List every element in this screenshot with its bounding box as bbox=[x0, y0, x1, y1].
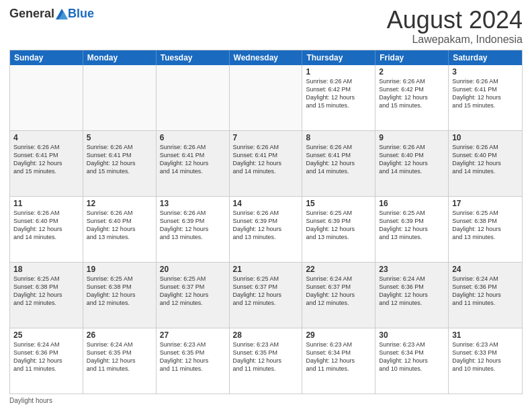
cell-info: Sunrise: 6:26 AM Sunset: 6:42 PM Dayligh… bbox=[379, 77, 445, 110]
cell-info: Sunrise: 6:26 AM Sunset: 6:41 PM Dayligh… bbox=[233, 143, 299, 176]
day-number: 15 bbox=[306, 199, 371, 208]
cell-info: Sunrise: 6:25 AM Sunset: 6:39 PM Dayligh… bbox=[306, 209, 371, 242]
title-area: August 2024 Lawepakam, Indonesia bbox=[387, 7, 523, 46]
day-number: 10 bbox=[452, 133, 519, 142]
day-number: 16 bbox=[379, 199, 445, 208]
page: General Blue August 2024 Lawepakam, Indo… bbox=[0, 0, 532, 411]
cell-info: Sunrise: 6:24 AM Sunset: 6:36 PM Dayligh… bbox=[13, 340, 79, 373]
calendar-cell: 30Sunrise: 6:23 AM Sunset: 6:34 PM Dayli… bbox=[375, 328, 449, 394]
calendar-cell: 8Sunrise: 6:26 AM Sunset: 6:41 PM Daylig… bbox=[302, 131, 375, 196]
calendar-cell bbox=[230, 65, 303, 130]
day-number: 31 bbox=[452, 330, 519, 340]
calendar-cell: 6Sunrise: 6:26 AM Sunset: 6:41 PM Daylig… bbox=[157, 131, 230, 196]
cell-info: Sunrise: 6:23 AM Sunset: 6:35 PM Dayligh… bbox=[160, 340, 226, 373]
cell-info: Sunrise: 6:24 AM Sunset: 6:36 PM Dayligh… bbox=[452, 275, 519, 308]
cell-info: Sunrise: 6:24 AM Sunset: 6:36 PM Dayligh… bbox=[379, 275, 445, 308]
calendar-cell: 23Sunrise: 6:24 AM Sunset: 6:36 PM Dayli… bbox=[375, 263, 449, 328]
cell-info: Sunrise: 6:25 AM Sunset: 6:39 PM Dayligh… bbox=[379, 209, 445, 242]
day-number: 21 bbox=[233, 265, 299, 274]
header: General Blue August 2024 Lawepakam, Indo… bbox=[9, 7, 523, 46]
calendar-cell: 17Sunrise: 6:25 AM Sunset: 6:38 PM Dayli… bbox=[449, 197, 522, 262]
logo-icon bbox=[56, 8, 68, 20]
day-number: 12 bbox=[87, 199, 152, 208]
day-of-week-tuesday: Tuesday bbox=[157, 50, 230, 65]
footer-note: Daylight hours bbox=[9, 397, 523, 404]
day-number: 9 bbox=[379, 133, 445, 142]
logo-blue-text: Blue bbox=[68, 7, 94, 21]
cell-info: Sunrise: 6:26 AM Sunset: 6:40 PM Dayligh… bbox=[13, 209, 79, 242]
cell-info: Sunrise: 6:26 AM Sunset: 6:40 PM Dayligh… bbox=[452, 143, 519, 176]
cell-info: Sunrise: 6:25 AM Sunset: 6:38 PM Dayligh… bbox=[87, 275, 152, 308]
calendar-cell bbox=[10, 65, 83, 130]
day-number: 11 bbox=[13, 199, 79, 208]
day-number: 30 bbox=[379, 330, 445, 340]
calendar-header: SundayMondayTuesdayWednesdayThursdayFrid… bbox=[10, 50, 522, 65]
location-title: Lawepakam, Indonesia bbox=[387, 34, 523, 46]
day-number: 17 bbox=[452, 199, 519, 208]
day-number: 20 bbox=[160, 265, 226, 274]
cell-info: Sunrise: 6:26 AM Sunset: 6:41 PM Dayligh… bbox=[13, 143, 79, 176]
calendar-cell: 27Sunrise: 6:23 AM Sunset: 6:35 PM Dayli… bbox=[157, 328, 230, 394]
day-number: 24 bbox=[452, 265, 519, 274]
calendar-cell bbox=[83, 65, 157, 130]
day-number: 14 bbox=[233, 199, 299, 208]
calendar-cell: 15Sunrise: 6:25 AM Sunset: 6:39 PM Dayli… bbox=[302, 197, 375, 262]
calendar-cell: 5Sunrise: 6:26 AM Sunset: 6:41 PM Daylig… bbox=[83, 131, 157, 196]
cell-info: Sunrise: 6:26 AM Sunset: 6:41 PM Dayligh… bbox=[160, 143, 226, 176]
day-of-week-saturday: Saturday bbox=[449, 50, 522, 65]
calendar-cell: 24Sunrise: 6:24 AM Sunset: 6:36 PM Dayli… bbox=[449, 263, 522, 328]
calendar-cell: 3Sunrise: 6:26 AM Sunset: 6:41 PM Daylig… bbox=[449, 65, 522, 130]
cell-info: Sunrise: 6:25 AM Sunset: 6:38 PM Dayligh… bbox=[13, 275, 79, 308]
calendar-row: 1Sunrise: 6:26 AM Sunset: 6:42 PM Daylig… bbox=[10, 65, 522, 131]
day-number: 7 bbox=[233, 133, 299, 142]
day-number: 26 bbox=[87, 330, 152, 340]
day-number: 1 bbox=[306, 67, 371, 77]
day-number: 23 bbox=[379, 265, 445, 274]
day-number: 13 bbox=[160, 199, 226, 208]
day-number: 29 bbox=[306, 330, 371, 340]
cell-info: Sunrise: 6:26 AM Sunset: 6:39 PM Dayligh… bbox=[160, 209, 226, 242]
cell-info: Sunrise: 6:25 AM Sunset: 6:37 PM Dayligh… bbox=[233, 275, 299, 308]
day-number: 19 bbox=[87, 265, 152, 274]
calendar-cell: 26Sunrise: 6:24 AM Sunset: 6:35 PM Dayli… bbox=[83, 328, 157, 394]
day-of-week-monday: Monday bbox=[83, 50, 157, 65]
calendar-cell: 12Sunrise: 6:26 AM Sunset: 6:40 PM Dayli… bbox=[83, 197, 157, 262]
calendar-cell: 7Sunrise: 6:26 AM Sunset: 6:41 PM Daylig… bbox=[230, 131, 303, 196]
day-number: 28 bbox=[233, 330, 299, 340]
cell-info: Sunrise: 6:25 AM Sunset: 6:38 PM Dayligh… bbox=[452, 209, 519, 242]
calendar-cell: 16Sunrise: 6:25 AM Sunset: 6:39 PM Dayli… bbox=[375, 197, 449, 262]
cell-info: Sunrise: 6:26 AM Sunset: 6:41 PM Dayligh… bbox=[452, 77, 519, 110]
day-of-week-thursday: Thursday bbox=[302, 50, 375, 65]
day-number: 5 bbox=[87, 133, 152, 142]
cell-info: Sunrise: 6:26 AM Sunset: 6:41 PM Dayligh… bbox=[306, 143, 371, 176]
cell-info: Sunrise: 6:26 AM Sunset: 6:39 PM Dayligh… bbox=[233, 209, 299, 242]
calendar-row: 11Sunrise: 6:26 AM Sunset: 6:40 PM Dayli… bbox=[10, 197, 522, 263]
day-number: 3 bbox=[452, 67, 519, 77]
calendar-row: 4Sunrise: 6:26 AM Sunset: 6:41 PM Daylig… bbox=[10, 131, 522, 197]
day-of-week-sunday: Sunday bbox=[10, 50, 83, 65]
cell-info: Sunrise: 6:26 AM Sunset: 6:42 PM Dayligh… bbox=[306, 77, 371, 110]
calendar-body: 1Sunrise: 6:26 AM Sunset: 6:42 PM Daylig… bbox=[10, 65, 522, 394]
cell-info: Sunrise: 6:25 AM Sunset: 6:37 PM Dayligh… bbox=[160, 275, 226, 308]
cell-info: Sunrise: 6:24 AM Sunset: 6:35 PM Dayligh… bbox=[87, 340, 152, 373]
calendar-cell: 31Sunrise: 6:23 AM Sunset: 6:33 PM Dayli… bbox=[449, 328, 522, 394]
calendar-cell: 21Sunrise: 6:25 AM Sunset: 6:37 PM Dayli… bbox=[230, 263, 303, 328]
calendar-cell: 22Sunrise: 6:24 AM Sunset: 6:37 PM Dayli… bbox=[302, 263, 375, 328]
calendar-cell: 4Sunrise: 6:26 AM Sunset: 6:41 PM Daylig… bbox=[10, 131, 83, 196]
calendar-cell: 2Sunrise: 6:26 AM Sunset: 6:42 PM Daylig… bbox=[375, 65, 449, 130]
month-title: August 2024 bbox=[387, 7, 523, 34]
cell-info: Sunrise: 6:23 AM Sunset: 6:34 PM Dayligh… bbox=[379, 340, 445, 373]
logo-area: General Blue bbox=[9, 7, 94, 21]
calendar-cell: 28Sunrise: 6:23 AM Sunset: 6:35 PM Dayli… bbox=[230, 328, 303, 394]
cell-info: Sunrise: 6:24 AM Sunset: 6:37 PM Dayligh… bbox=[306, 275, 371, 308]
day-number: 25 bbox=[13, 330, 79, 340]
cell-info: Sunrise: 6:23 AM Sunset: 6:35 PM Dayligh… bbox=[233, 340, 299, 373]
calendar-cell: 11Sunrise: 6:26 AM Sunset: 6:40 PM Dayli… bbox=[10, 197, 83, 262]
cell-info: Sunrise: 6:26 AM Sunset: 6:40 PM Dayligh… bbox=[379, 143, 445, 176]
calendar-cell: 29Sunrise: 6:23 AM Sunset: 6:34 PM Dayli… bbox=[302, 328, 375, 394]
day-number: 22 bbox=[306, 265, 371, 274]
day-of-week-friday: Friday bbox=[375, 50, 449, 65]
calendar-cell: 9Sunrise: 6:26 AM Sunset: 6:40 PM Daylig… bbox=[375, 131, 449, 196]
logo: General Blue bbox=[9, 7, 94, 21]
day-of-week-wednesday: Wednesday bbox=[230, 50, 303, 65]
